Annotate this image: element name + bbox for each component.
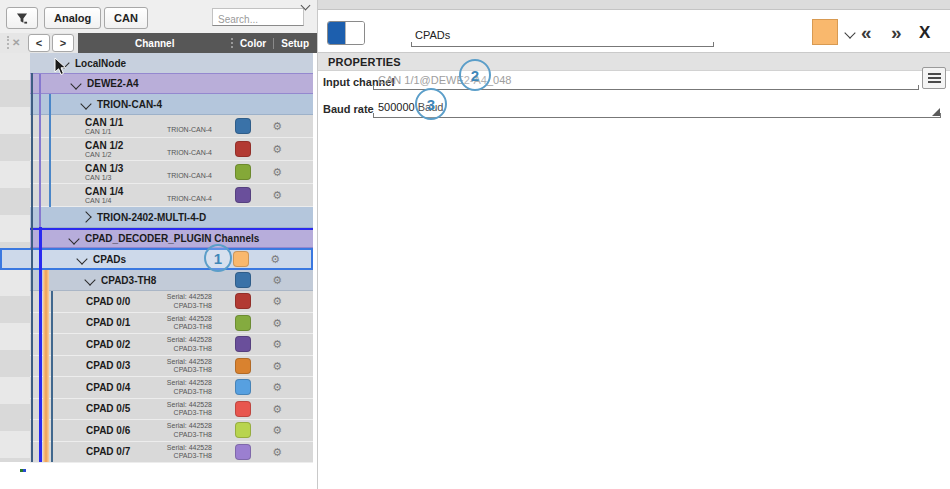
analog-filter-button[interactable]: Analog: [44, 7, 101, 29]
column-divider-icon[interactable]: [231, 38, 233, 48]
baud-rate-combo[interactable]: 500000 Baud: [373, 99, 941, 118]
channel-color-swatch[interactable]: [812, 19, 838, 45]
row-info-text: Serial: 442528CPAD3-TH8: [167, 357, 212, 374]
combo-expand-icon: [932, 108, 940, 116]
gear-icon[interactable]: ⚙: [272, 167, 282, 178]
gear-icon[interactable]: ⚙: [272, 446, 282, 457]
row-info-text: TRION-CAN-4: [167, 195, 212, 204]
can-filter-button[interactable]: CAN: [104, 7, 148, 29]
tree-row-cpad-0-0[interactable]: CPAD 0/0Serial: 442528CPAD3-TH8⚙: [30, 291, 313, 313]
toggle-on-segment: [328, 22, 346, 44]
chevron-down-icon[interactable]: [80, 98, 91, 109]
color-swatch[interactable]: [235, 444, 251, 460]
color-swatch[interactable]: [235, 401, 251, 417]
row-info-text: Serial: 442528CPAD3-TH8: [167, 400, 212, 417]
input-channel-input[interactable]: [373, 71, 919, 90]
filter-button[interactable]: [6, 7, 38, 29]
color-swatch[interactable]: [235, 141, 251, 157]
chevron-down-icon[interactable]: [58, 57, 69, 68]
tree-row-can-1-1[interactable]: CAN 1/1CAN 1/1TRION-CAN-4⚙: [30, 115, 313, 138]
gear-icon[interactable]: ⚙: [272, 296, 282, 307]
row-info-text: Serial: 442528CPAD3-TH8: [167, 422, 212, 439]
tree-row-can-1-3[interactable]: CAN 1/3CAN 1/3TRION-CAN-4⚙: [30, 161, 313, 184]
tree-row-cpad-decoder-plugin-channels[interactable]: CPAD_DECODER_PLUGIN Channels: [30, 228, 313, 248]
tree-header-bar: ✕ < > Channel Color Setup: [0, 33, 317, 53]
gear-icon[interactable]: ⚙: [272, 144, 282, 155]
app-root: Analog CAN ✕ < > Channel Color Se: [0, 0, 950, 489]
column-header-channel[interactable]: Channel: [135, 38, 174, 49]
tree-row-cpad-0-5[interactable]: CPAD 0/5Serial: 442528CPAD3-TH8⚙: [30, 399, 313, 421]
color-dropdown-chevron[interactable]: [843, 28, 857, 40]
chevron-right-icon[interactable]: [80, 211, 91, 222]
row-info-text: Serial: 442528CPAD3-TH8: [167, 336, 212, 353]
chevron-down-icon: [844, 27, 855, 38]
column-prev-button[interactable]: <: [28, 34, 50, 52]
gear-icon[interactable]: ⚙: [270, 254, 280, 265]
annotation-circle-2: 2: [459, 59, 491, 91]
row-label: CPADs: [93, 254, 126, 265]
previous-channel-button[interactable]: «: [861, 20, 872, 46]
color-swatch[interactable]: [235, 272, 251, 288]
color-swatch[interactable]: [235, 379, 251, 395]
properties-section-header: PROPERTIES: [318, 52, 950, 71]
tree-row-can-1-4[interactable]: CAN 1/4CAN 1/4TRION-CAN-4⚙: [30, 184, 313, 207]
tree-row-dewe2-a4[interactable]: DEWE2-A4: [30, 73, 313, 94]
gear-icon[interactable]: ⚙: [272, 403, 282, 414]
tree-header-left: ✕ < >: [0, 33, 78, 53]
search-input[interactable]: [213, 12, 303, 28]
gear-icon[interactable]: ⚙: [272, 339, 282, 350]
color-swatch[interactable]: [235, 422, 251, 438]
tree-row-cpad-0-6[interactable]: CPAD 0/6Serial: 442528CPAD3-TH8⚙: [30, 420, 313, 442]
gear-icon[interactable]: ⚙: [272, 317, 282, 328]
tree-row-trion-can-4[interactable]: TRION-CAN-4: [30, 94, 313, 115]
color-swatch[interactable]: [235, 187, 251, 203]
color-swatch[interactable]: [235, 358, 251, 374]
gear-icon[interactable]: ⚙: [272, 121, 282, 132]
tree-row-can-1-2[interactable]: CAN 1/2CAN 1/2TRION-CAN-4⚙: [30, 138, 313, 161]
gear-icon[interactable]: ⚙: [272, 425, 282, 436]
gear-icon[interactable]: ⚙: [272, 190, 282, 201]
tree-row-cpad-0-4[interactable]: CPAD 0/4Serial: 442528CPAD3-TH8⚙: [30, 377, 313, 399]
gear-icon[interactable]: ⚙: [272, 275, 282, 286]
channel-tree: LocalNodeDEWE2-A4TRION-CAN-4CAN 1/1CAN 1…: [0, 53, 317, 462]
channel-name-field: [411, 24, 714, 47]
close-dialog-button[interactable]: X: [919, 21, 930, 45]
color-swatch[interactable]: [235, 164, 251, 180]
gear-icon[interactable]: ⚙: [272, 382, 282, 393]
clear-filter-icon[interactable]: ✕: [7, 36, 20, 49]
channel-properties-dialog: « » X PROPERTIES Input channel Baud rate…: [317, 0, 950, 489]
tree-row-localnode[interactable]: LocalNode: [30, 53, 313, 73]
gear-icon[interactable]: ⚙: [272, 360, 282, 371]
tree-row-cpad3-th8[interactable]: CPAD3-TH8⚙: [30, 270, 313, 291]
chevron-down-icon[interactable]: [84, 274, 95, 285]
chevron-down-icon[interactable]: [76, 253, 87, 264]
row-info-text: TRION-CAN-4: [167, 126, 212, 135]
row-label: CPAD 0/5: [86, 403, 130, 414]
panel-collapse-chevron[interactable]: [297, 1, 313, 12]
channel-list-panel: Analog CAN ✕ < > Channel Color Se: [0, 0, 317, 489]
color-swatch[interactable]: [233, 251, 249, 267]
tree-row-cpads[interactable]: CPADs⚙: [0, 248, 313, 270]
color-swatch[interactable]: [235, 118, 251, 134]
row-label: CPAD 0/7: [86, 446, 130, 457]
color-swatch[interactable]: [235, 293, 251, 309]
tree-row-cpad-0-7[interactable]: CPAD 0/7Serial: 442528CPAD3-TH8⚙: [30, 442, 313, 464]
input-channel-field: [373, 70, 919, 90]
chevron-down-icon[interactable]: [70, 78, 81, 89]
row-label: LocalNode: [75, 58, 126, 69]
column-header-setup[interactable]: Setup: [281, 38, 309, 49]
tree-row-cpad-0-2[interactable]: CPAD 0/2Serial: 442528CPAD3-TH8⚙: [30, 334, 313, 356]
color-swatch[interactable]: [235, 336, 251, 352]
tree-row-cpad-0-3[interactable]: CPAD 0/3Serial: 442528CPAD3-TH8⚙: [30, 356, 313, 378]
column-next-button[interactable]: >: [52, 34, 74, 52]
channel-active-toggle[interactable]: [327, 21, 365, 45]
tree-row-cpad-0-1[interactable]: CPAD 0/1Serial: 442528CPAD3-TH8⚙: [30, 313, 313, 335]
color-swatch[interactable]: [235, 315, 251, 331]
next-channel-button[interactable]: »: [891, 20, 902, 46]
input-channel-select-button[interactable]: [922, 67, 946, 89]
row-label: DEWE2-A4: [87, 78, 139, 89]
column-header-color[interactable]: Color: [240, 38, 266, 49]
channel-name-input[interactable]: [411, 24, 714, 46]
chevron-down-icon[interactable]: [68, 233, 79, 244]
tree-row-trion-2402-multi-4-d[interactable]: TRION-2402-MULTI-4-D: [30, 207, 313, 228]
